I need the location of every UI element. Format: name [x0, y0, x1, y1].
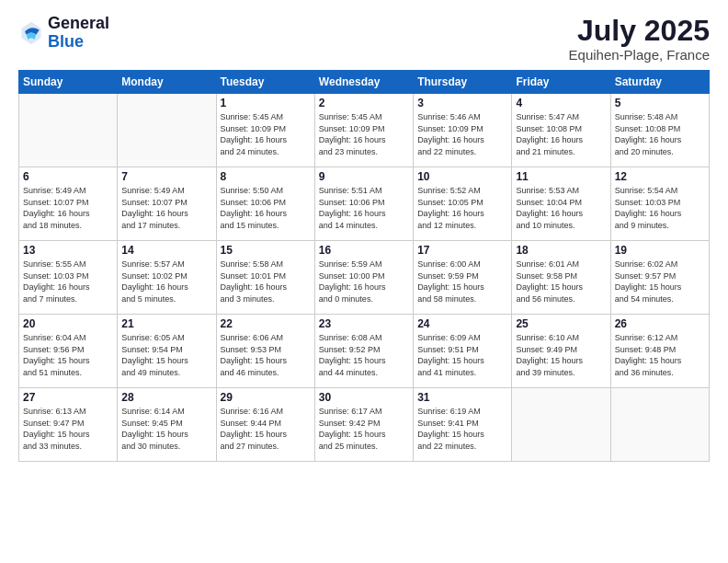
calendar: SundayMondayTuesdayWednesdayThursdayFrid…: [18, 70, 710, 462]
calendar-cell: 10Sunrise: 5:52 AM Sunset: 10:05 PM Dayl…: [414, 167, 512, 241]
calendar-cell: 25Sunrise: 6:10 AM Sunset: 9:49 PM Dayli…: [512, 315, 610, 388]
day-info: Sunrise: 6:14 AM Sunset: 9:45 PM Dayligh…: [121, 406, 211, 452]
calendar-cell: [610, 388, 709, 462]
day-info: Sunrise: 5:53 AM Sunset: 10:04 PM Daylig…: [516, 185, 606, 231]
calendar-week-row: 27Sunrise: 6:13 AM Sunset: 9:47 PM Dayli…: [19, 388, 710, 462]
weekday-header-row: SundayMondayTuesdayWednesdayThursdayFrid…: [19, 71, 710, 94]
day-info: Sunrise: 5:46 AM Sunset: 10:09 PM Daylig…: [417, 111, 507, 157]
calendar-cell: 23Sunrise: 6:08 AM Sunset: 9:52 PM Dayli…: [314, 315, 413, 388]
day-number: 8: [221, 170, 311, 183]
calendar-cell: 8Sunrise: 5:50 AM Sunset: 10:06 PM Dayli…: [216, 167, 314, 241]
day-number: 17: [417, 244, 507, 257]
weekday-header: Tuesday: [216, 71, 314, 94]
day-info: Sunrise: 5:45 AM Sunset: 10:09 PM Daylig…: [221, 111, 311, 157]
calendar-cell: 18Sunrise: 6:01 AM Sunset: 9:58 PM Dayli…: [512, 241, 610, 315]
calendar-cell: 22Sunrise: 6:06 AM Sunset: 9:53 PM Dayli…: [216, 315, 314, 388]
calendar-week-row: 20Sunrise: 6:04 AM Sunset: 9:56 PM Dayli…: [19, 315, 710, 388]
weekday-header: Friday: [512, 71, 610, 94]
day-number: 6: [23, 170, 113, 183]
logo: General Blue: [18, 15, 109, 52]
day-number: 25: [516, 317, 606, 330]
weekday-header: Sunday: [19, 71, 118, 94]
day-number: 29: [221, 391, 311, 404]
day-number: 3: [417, 97, 507, 109]
day-info: Sunrise: 6:02 AM Sunset: 9:57 PM Dayligh…: [615, 259, 705, 304]
calendar-cell: 3Sunrise: 5:46 AM Sunset: 10:09 PM Dayli…: [414, 94, 512, 167]
calendar-week-row: 6Sunrise: 5:49 AM Sunset: 10:07 PM Dayli…: [19, 167, 710, 241]
day-number: 23: [319, 317, 409, 330]
day-info: Sunrise: 5:49 AM Sunset: 10:07 PM Daylig…: [23, 185, 113, 231]
logo-text: General Blue: [48, 15, 109, 52]
day-number: 1: [221, 97, 311, 109]
day-number: 24: [417, 317, 507, 330]
day-number: 16: [319, 244, 409, 257]
day-info: Sunrise: 6:13 AM Sunset: 9:47 PM Dayligh…: [23, 406, 113, 452]
day-info: Sunrise: 6:01 AM Sunset: 9:58 PM Dayligh…: [516, 259, 606, 304]
calendar-cell: [118, 94, 216, 167]
page: General Blue July 2025 Equihen-Plage, Fr…: [0, 0, 728, 563]
day-info: Sunrise: 5:48 AM Sunset: 10:08 PM Daylig…: [615, 111, 705, 157]
day-info: Sunrise: 6:05 AM Sunset: 9:54 PM Dayligh…: [121, 332, 211, 378]
weekday-header: Monday: [118, 71, 216, 94]
title-block: July 2025 Equihen-Plage, France: [569, 15, 710, 63]
calendar-cell: 19Sunrise: 6:02 AM Sunset: 9:57 PM Dayli…: [610, 241, 709, 315]
day-number: 5: [615, 97, 705, 109]
day-info: Sunrise: 5:52 AM Sunset: 10:05 PM Daylig…: [417, 185, 507, 231]
day-info: Sunrise: 6:04 AM Sunset: 9:56 PM Dayligh…: [23, 332, 113, 378]
day-number: 31: [417, 391, 507, 404]
calendar-cell: 21Sunrise: 6:05 AM Sunset: 9:54 PM Dayli…: [118, 315, 216, 388]
day-number: 15: [221, 244, 311, 257]
day-number: 12: [615, 170, 705, 183]
day-number: 20: [23, 317, 113, 330]
day-info: Sunrise: 6:16 AM Sunset: 9:44 PM Dayligh…: [221, 406, 311, 452]
day-number: 21: [121, 317, 211, 330]
calendar-cell: 2Sunrise: 5:45 AM Sunset: 10:09 PM Dayli…: [314, 94, 413, 167]
day-number: 14: [121, 244, 211, 257]
day-info: Sunrise: 6:09 AM Sunset: 9:51 PM Dayligh…: [417, 332, 507, 378]
day-number: 4: [516, 97, 606, 109]
calendar-cell: 11Sunrise: 5:53 AM Sunset: 10:04 PM Dayl…: [512, 167, 610, 241]
day-info: Sunrise: 5:51 AM Sunset: 10:06 PM Daylig…: [319, 185, 409, 231]
day-info: Sunrise: 6:10 AM Sunset: 9:49 PM Dayligh…: [516, 332, 606, 378]
location: Equihen-Plage, France: [569, 47, 710, 63]
day-number: 11: [516, 170, 606, 183]
calendar-cell: 20Sunrise: 6:04 AM Sunset: 9:56 PM Dayli…: [19, 315, 118, 388]
day-number: 10: [417, 170, 507, 183]
calendar-cell: 9Sunrise: 5:51 AM Sunset: 10:06 PM Dayli…: [314, 167, 413, 241]
calendar-cell: [19, 94, 118, 167]
day-info: Sunrise: 5:58 AM Sunset: 10:01 PM Daylig…: [221, 259, 311, 304]
day-number: 22: [221, 317, 311, 330]
calendar-cell: 31Sunrise: 6:19 AM Sunset: 9:41 PM Dayli…: [414, 388, 512, 462]
calendar-cell: [512, 388, 610, 462]
calendar-cell: 15Sunrise: 5:58 AM Sunset: 10:01 PM Dayl…: [216, 241, 314, 315]
calendar-cell: 14Sunrise: 5:57 AM Sunset: 10:02 PM Dayl…: [118, 241, 216, 315]
day-info: Sunrise: 5:55 AM Sunset: 10:03 PM Daylig…: [23, 259, 113, 304]
day-info: Sunrise: 6:08 AM Sunset: 9:52 PM Dayligh…: [319, 332, 409, 378]
weekday-header: Saturday: [610, 71, 709, 94]
calendar-cell: 16Sunrise: 5:59 AM Sunset: 10:00 PM Dayl…: [314, 241, 413, 315]
calendar-cell: 29Sunrise: 6:16 AM Sunset: 9:44 PM Dayli…: [216, 388, 314, 462]
calendar-cell: 24Sunrise: 6:09 AM Sunset: 9:51 PM Dayli…: [414, 315, 512, 388]
day-info: Sunrise: 5:45 AM Sunset: 10:09 PM Daylig…: [319, 111, 409, 157]
calendar-cell: 5Sunrise: 5:48 AM Sunset: 10:08 PM Dayli…: [610, 94, 709, 167]
calendar-cell: 7Sunrise: 5:49 AM Sunset: 10:07 PM Dayli…: [118, 167, 216, 241]
calendar-cell: 6Sunrise: 5:49 AM Sunset: 10:07 PM Dayli…: [19, 167, 118, 241]
calendar-cell: 13Sunrise: 5:55 AM Sunset: 10:03 PM Dayl…: [19, 241, 118, 315]
logo-icon: [18, 20, 44, 46]
day-number: 30: [319, 391, 409, 404]
day-info: Sunrise: 5:57 AM Sunset: 10:02 PM Daylig…: [121, 259, 211, 304]
day-info: Sunrise: 6:00 AM Sunset: 9:59 PM Dayligh…: [417, 259, 507, 304]
calendar-cell: 4Sunrise: 5:47 AM Sunset: 10:08 PM Dayli…: [512, 94, 610, 167]
day-number: 19: [615, 244, 705, 257]
day-number: 7: [121, 170, 211, 183]
day-number: 26: [615, 317, 705, 330]
calendar-cell: 27Sunrise: 6:13 AM Sunset: 9:47 PM Dayli…: [19, 388, 118, 462]
day-number: 13: [23, 244, 113, 257]
month-title: July 2025: [569, 15, 710, 47]
day-info: Sunrise: 6:19 AM Sunset: 9:41 PM Dayligh…: [417, 406, 507, 452]
weekday-header: Thursday: [414, 71, 512, 94]
weekday-header: Wednesday: [314, 71, 413, 94]
day-info: Sunrise: 5:59 AM Sunset: 10:00 PM Daylig…: [319, 259, 409, 304]
day-number: 28: [121, 391, 211, 404]
day-info: Sunrise: 5:49 AM Sunset: 10:07 PM Daylig…: [121, 185, 211, 231]
